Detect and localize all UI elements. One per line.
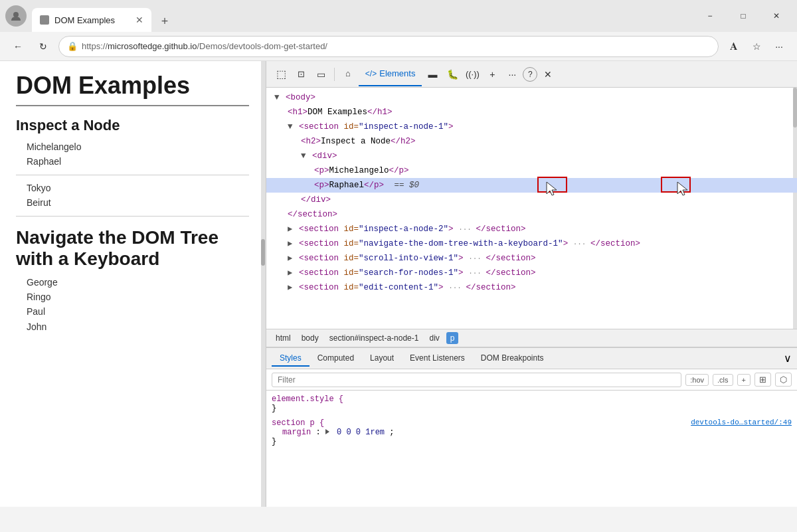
breadcrumb-p[interactable]: p xyxy=(446,332,459,344)
add-style-button[interactable]: + xyxy=(737,374,751,386)
tab-title: DOM Examples xyxy=(54,15,130,25)
dom-line-body[interactable]: ▼ <body> xyxy=(266,90,797,105)
styles-panel: Styles Computed Layout Event Listeners D… xyxy=(266,347,797,507)
breadcrumb-body[interactable]: body xyxy=(298,332,323,344)
filter-input[interactable] xyxy=(272,373,681,387)
h1-text: DOM Examples xyxy=(308,108,367,117)
computed-tab[interactable]: Computed xyxy=(310,351,362,367)
title-bar: DOM Examples ✕ + − □ ✕ xyxy=(0,0,797,32)
section-p-close: } xyxy=(272,437,792,446)
user-avatar xyxy=(5,5,27,27)
devtools-help-button[interactable]: ? xyxy=(523,67,537,82)
event-listeners-tab[interactable]: Event Listeners xyxy=(402,351,473,367)
console-tab-icon[interactable]: ▬ xyxy=(423,65,442,84)
read-aloud-button[interactable]: 𝐀 xyxy=(724,37,744,56)
tokyo-item: Tokyo xyxy=(27,181,249,195)
section-close-tag: </section> xyxy=(288,210,337,219)
new-rule-button[interactable]: ⊞ xyxy=(754,373,771,387)
webpage-scrollbar[interactable] xyxy=(261,61,265,507)
dom-line-section3[interactable]: ▼ <section id="navigate-the-dom-tree-wit… xyxy=(266,236,797,251)
dom-tree-wrapper: ▼ <body> <h1>DOM Examples</h1> ▼ <sectio… xyxy=(266,88,797,507)
element-style-close: } xyxy=(272,404,792,413)
cls-filter-button[interactable]: .cls xyxy=(713,374,733,386)
p-raphael-close: </p> xyxy=(364,181,384,190)
reload-button[interactable]: ↻ xyxy=(33,37,53,56)
paul-item: Paul xyxy=(27,304,249,319)
dom-line-section1[interactable]: ▼ <section id="inspect-a-node-1"> xyxy=(266,120,797,134)
new-tab-button[interactable]: + xyxy=(154,11,175,32)
window-controls: − □ ✕ xyxy=(695,5,792,27)
prop-val: 0 0 0 1rem xyxy=(337,428,385,437)
section1-tag: <section xyxy=(299,122,344,132)
body-triangle[interactable]: ▼ xyxy=(274,93,280,102)
tab-close-icon[interactable]: ✕ xyxy=(135,15,143,25)
nav-right-buttons: 𝐀 ☆ ··· xyxy=(724,37,789,56)
devtools-ellipsis-button[interactable]: ··· xyxy=(503,65,521,84)
raphael-indicator: == $0 xyxy=(395,181,420,190)
device-emulation-button[interactable]: ⊡ xyxy=(292,65,310,84)
red-box-right xyxy=(661,177,691,193)
dom-line-div[interactable]: ▼ <div> xyxy=(266,149,797,163)
dom-line-h2[interactable]: <h2>Inspect a Node</h2> xyxy=(266,134,797,149)
dom-line-section6[interactable]: ▼ <section id="edit-content-1"> ··· </se… xyxy=(266,280,797,295)
dom-tree[interactable]: ▼ <body> <h1>DOM Examples</h1> ▼ <sectio… xyxy=(266,88,797,329)
minimize-button[interactable]: − xyxy=(695,5,725,27)
bug-icon[interactable]: 🐛 xyxy=(443,65,462,84)
copy-rule-button[interactable]: ⬡ xyxy=(775,373,792,387)
more-button[interactable]: ··· xyxy=(769,37,789,56)
home-tab[interactable]: ⌂ xyxy=(339,62,357,86)
inspect-element-button[interactable]: ⬚ xyxy=(272,65,290,84)
breadcrumb-bar: html body section#inspect-a-node-1 div p xyxy=(266,329,797,347)
active-tab[interactable]: DOM Examples ✕ xyxy=(32,8,151,32)
more-tools-button[interactable]: + xyxy=(483,65,501,84)
inspect-names-div: Michelangelo Raphael xyxy=(16,139,249,175)
dom-line-section5[interactable]: ▼ <section id="search-for-nodes-1"> ··· … xyxy=(266,266,797,280)
svg-point-0 xyxy=(13,12,19,17)
dom-line-div-close[interactable]: </div> xyxy=(266,193,797,207)
back-button[interactable]: ← xyxy=(8,37,28,56)
george-item: George xyxy=(27,275,249,290)
tab-strip: DOM Examples ✕ + xyxy=(32,0,695,32)
raphael-item: Raphael xyxy=(27,154,249,169)
devtools-close-button[interactable]: ✕ xyxy=(539,65,557,84)
close-button[interactable]: ✕ xyxy=(761,5,792,27)
section2-triangle[interactable]: ▼ xyxy=(284,226,297,232)
dom-line-section4[interactable]: ▼ <section id="scroll-into-view-1"> ··· … xyxy=(266,251,797,266)
network-icon[interactable]: ((·)) xyxy=(463,65,482,84)
section-p-link[interactable]: devtools-do…started/:49 xyxy=(691,418,792,426)
address-bar[interactable]: 🔒 https://microsoftedge.github.io/Demos/… xyxy=(58,36,719,57)
dom-line-p-michelangelo[interactable]: <p>Michelangelo</p> xyxy=(266,163,797,178)
section1-triangle[interactable]: ▼ xyxy=(288,122,293,132)
styles-tab[interactable]: Styles xyxy=(272,351,310,367)
dom-breakpoints-tab[interactable]: DOM Breakpoints xyxy=(473,351,552,367)
hov-filter-button[interactable]: :hov xyxy=(685,374,709,386)
breadcrumb-html[interactable]: html xyxy=(272,332,295,344)
devtools-toolbar: ⬚ ⊡ ▭ ⌂ </> Elements ▬ 🐛 ((·)) + ··· ? ✕ xyxy=(266,61,797,88)
dom-line-h1[interactable]: <h1>DOM Examples</h1> xyxy=(266,105,797,120)
sidebar-toggle-button[interactable]: ▭ xyxy=(311,65,330,84)
john-item: John xyxy=(27,319,249,334)
navigate-names-div: George Ringo Paul John xyxy=(16,275,249,335)
elements-tab[interactable]: </> Elements xyxy=(359,62,422,86)
dom-scrollbar-thumb[interactable] xyxy=(793,88,797,128)
dom-line-section-close[interactable]: </section> xyxy=(266,207,797,222)
favorites-button[interactable]: ☆ xyxy=(747,37,766,56)
breadcrumb-div[interactable]: div xyxy=(425,332,443,344)
p-raphael-text: Raphael xyxy=(329,181,365,190)
body-tag: <body> xyxy=(286,93,315,102)
maximize-button[interactable]: □ xyxy=(728,5,758,27)
colon: : xyxy=(315,428,325,437)
h2-text: Inspect a Node xyxy=(321,137,391,146)
dom-line-section2[interactable]: ▼ <section id="inspect-a-node-2"> ··· </… xyxy=(266,222,797,236)
layout-tab[interactable]: Layout xyxy=(362,351,402,367)
h2-tag: <h2> xyxy=(301,137,321,146)
breadcrumb-section[interactable]: section#inspect-a-node-1 xyxy=(325,332,423,344)
expand-tabs-button[interactable]: ∨ xyxy=(784,352,792,365)
scrollbar-thumb[interactable] xyxy=(261,239,265,266)
elements-tab-label: Elements xyxy=(379,68,415,78)
inspect-heading: Inspect a Node xyxy=(16,117,249,134)
div-triangle[interactable]: ▼ xyxy=(301,151,306,161)
navigate-heading: Navigate the DOM Tree with a Keyboard xyxy=(16,227,249,270)
dom-scrollbar[interactable] xyxy=(793,88,797,329)
dom-line-p-raphael[interactable]: <p>Raphael</p> == $0 xyxy=(266,178,797,193)
